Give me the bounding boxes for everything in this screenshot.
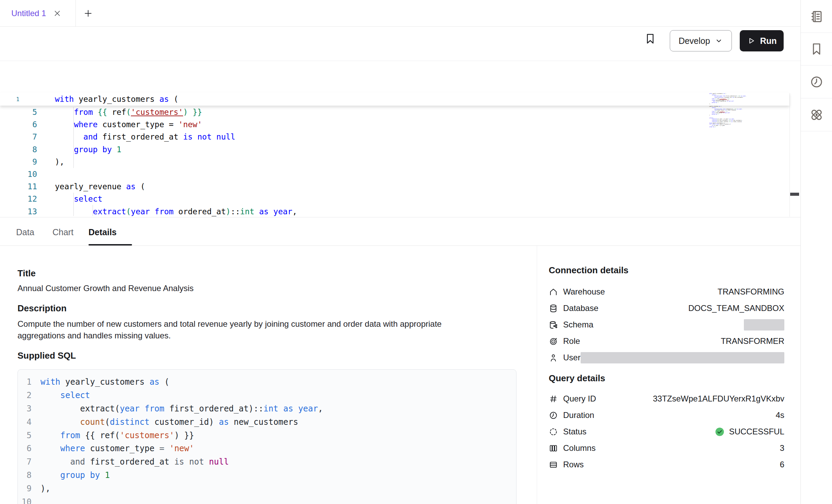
code-line: 10 [18, 495, 516, 504]
indent-guide [73, 193, 74, 216]
line-number: 1 [18, 377, 32, 387]
warehouse-icon [549, 287, 558, 297]
chevron-down-icon [715, 37, 723, 45]
line-number: 5 [0, 108, 37, 117]
clock-icon [549, 411, 558, 420]
code-line: 9), [0, 156, 789, 168]
history-icon [809, 75, 824, 89]
notebook-icon [809, 9, 824, 24]
play-icon [747, 36, 756, 45]
line-number: 6 [18, 444, 32, 453]
detail-label: User [563, 353, 581, 362]
code-line: 3 extract(year from first_ordered_at)::i… [18, 402, 516, 416]
code-line: 9), [18, 482, 516, 495]
line-number: 6 [0, 120, 37, 129]
supplied-sql-lines: 1with yearly_customers as (2 select3 ext… [18, 375, 516, 504]
detail-value: TRANSFORMER [721, 336, 784, 346]
new-tab-plus-icon[interactable] [83, 9, 93, 18]
close-icon[interactable] [53, 9, 62, 18]
code-line: 7 and first_ordered_at is not null [18, 455, 516, 469]
line-number: 9 [0, 157, 37, 166]
detail-label: Query ID [563, 394, 596, 404]
editor-tab-bar: Untitled 1 [0, 0, 800, 27]
detail-row: WarehouseTRANSFORMING [549, 284, 784, 300]
detail-row: StatusSUCCESSFUL [549, 423, 784, 440]
mesh-icon [809, 108, 824, 122]
code-line: 12 select [0, 193, 789, 205]
detail-label: Database [563, 303, 598, 313]
tab-untitled-1[interactable]: Untitled 1 [0, 0, 75, 27]
code-line: 4 count(distinct customer_id) as new_cus… [18, 415, 516, 429]
line-number: 8 [0, 145, 37, 154]
code-line: 5 from {{ ref('customers') }} [0, 106, 789, 118]
tab-label: Untitled 1 [11, 9, 46, 18]
detail-label: Rows [563, 460, 584, 469]
line-number: 5 [18, 431, 32, 440]
schema-icon [549, 320, 558, 329]
code-line: 10 [0, 168, 789, 180]
sidebar-history-button[interactable] [801, 65, 832, 98]
line-number: 9 [18, 484, 32, 493]
code-line: 8 group by 1 [0, 143, 789, 156]
tab-chart[interactable]: Chart [52, 219, 73, 245]
divider [0, 217, 800, 217]
detail-row: Rows6 [549, 456, 784, 473]
supplied-sql-block: 1with yearly_customers as (2 select3 ext… [17, 369, 516, 504]
divider [0, 245, 800, 246]
sidebar-mesh-button[interactable] [801, 98, 832, 131]
detail-value: 6 [780, 460, 784, 469]
rows-icon [549, 460, 558, 469]
tab-details[interactable]: Details [88, 219, 117, 245]
description-value: Compute the number of new customers and … [17, 318, 488, 341]
code-line: 8 group by 1 [18, 469, 516, 482]
line-number: 7 [18, 457, 32, 467]
tab-divider [75, 0, 76, 27]
develop-dropdown-button[interactable]: Develop [670, 30, 732, 51]
database-icon [549, 304, 558, 313]
connection-details-heading: Connection details [549, 264, 784, 276]
query-details-heading: Query details [549, 372, 784, 384]
bookmark-icon[interactable] [644, 33, 656, 45]
detail-row: RoleTRANSFORMER [549, 333, 784, 349]
detail-label: Warehouse [563, 287, 605, 297]
line-number: 8 [18, 470, 32, 480]
run-button[interactable]: Run [740, 30, 784, 51]
indent-guide [73, 107, 74, 168]
line-number: 13 [0, 207, 37, 216]
detail-label: Columns [563, 443, 596, 453]
detail-row: Duration4s [549, 407, 784, 423]
check-circle-icon [714, 427, 725, 437]
detail-value: DOCS_TEAM_SANDBOX [688, 303, 784, 313]
tab-data[interactable]: Data [16, 219, 34, 245]
line-number: 11 [0, 182, 37, 191]
scrollbar-thumb[interactable] [790, 193, 799, 196]
detail-label: Duration [563, 410, 594, 420]
detail-row: Schema [549, 316, 784, 333]
minimap[interactable]: with yearly_customers as ( select extrac… [709, 93, 746, 128]
connection-details-panel: Connection details WarehouseTRANSFORMING… [549, 264, 784, 366]
detail-row: DatabaseDOCS_TEAM_SANDBOX [549, 300, 784, 316]
detail-row: Query ID33TZseWpe1ALFDUYerxR1gVKxbv [549, 391, 784, 407]
detail-value: 4s [776, 410, 784, 420]
editor-code-lines[interactable]: 5 from {{ ref('customers') }}6 where cus… [0, 106, 789, 218]
sidebar-notebook-button[interactable] [801, 0, 832, 33]
supplied-sql-heading: Supplied SQL [17, 350, 76, 361]
line-number: 3 [18, 404, 32, 413]
user-icon [549, 353, 558, 362]
detail-label: Schema [563, 320, 593, 329]
code-line: 2 select [18, 389, 516, 402]
line-number: 10 [0, 170, 37, 179]
indent-guide [93, 205, 93, 216]
sidebar-bookmark-button[interactable] [801, 33, 832, 65]
code-line: 6 where customer_type = 'new' [18, 442, 516, 455]
sql-editor[interactable]: 5 from {{ ref('customers') }}6 where cus… [0, 63, 800, 217]
detail-row: User [549, 349, 784, 366]
sticky-scroll-line: 1 with yearly_customers as ( [0, 93, 789, 106]
detail-label: Status [563, 427, 586, 436]
role-icon [549, 337, 558, 346]
develop-label: Develop [679, 36, 710, 46]
detail-label: Role [563, 336, 580, 346]
editor-scrollbar[interactable] [789, 93, 799, 217]
title-value: Annual Customer Growth and Revenue Analy… [17, 284, 194, 293]
divider [537, 246, 537, 504]
